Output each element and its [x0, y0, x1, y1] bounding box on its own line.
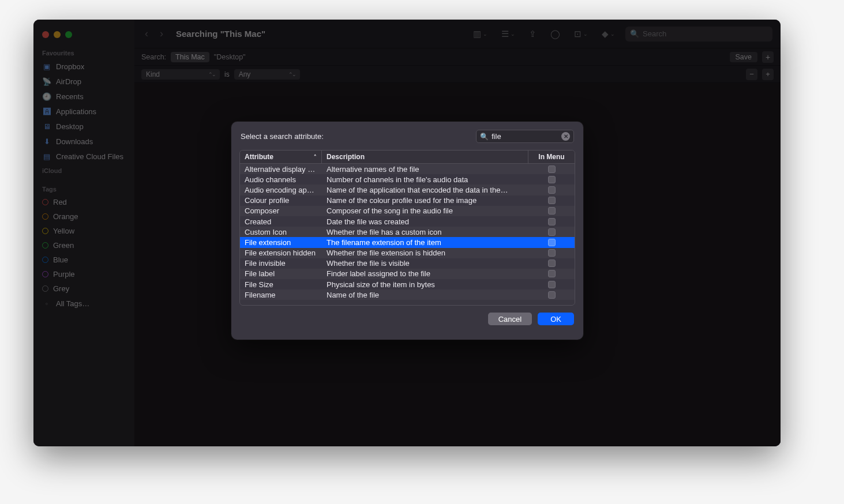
- attribute-description: Composer of the song in the audio file: [322, 206, 528, 215]
- sidebar-item-label: Purple: [53, 270, 75, 279]
- chevron-updown-icon: ⌃⌄: [208, 72, 215, 77]
- sidebar-tag-blue[interactable]: Blue: [33, 253, 134, 267]
- attribute-search-field[interactable]: 🔍 file ✕: [476, 130, 574, 143]
- attribute-row[interactable]: CreatedDate the file was created: [240, 216, 575, 227]
- group-button[interactable]: ☰ ⌄: [498, 29, 519, 39]
- close-button[interactable]: [42, 31, 49, 38]
- tag-color-icon: [42, 257, 48, 263]
- folder-icon: 📡: [42, 77, 51, 86]
- in-menu-checkbox[interactable]: [548, 218, 556, 225]
- attribute-name: Filename: [240, 291, 322, 299]
- attribute-description: Whether the file has a custom icon: [322, 228, 528, 236]
- attribute-row[interactable]: Custom IconWhether the file has a custom…: [240, 227, 575, 237]
- search-placeholder: Search: [643, 29, 666, 38]
- sidebar-item-airdrop[interactable]: 📡AirDrop: [33, 74, 134, 89]
- dialog-header: Select a search attribute: 🔍 file ✕: [231, 122, 583, 150]
- column-header-in-menu[interactable]: In Menu: [528, 151, 575, 163]
- sidebar-item-desktop[interactable]: 🖥Desktop: [33, 119, 134, 134]
- save-search-button[interactable]: Save: [730, 52, 758, 62]
- attribute-name: Alternative display na…: [240, 165, 322, 174]
- attribute-name: File extension: [240, 238, 322, 247]
- attribute-in-menu-cell: [528, 249, 575, 257]
- sidebar-item-label: Dropbox: [56, 62, 84, 71]
- remove-criteria-button[interactable]: −: [746, 69, 757, 80]
- attribute-row[interactable]: File extensionThe filename extension of …: [240, 237, 575, 247]
- ok-button[interactable]: OK: [538, 313, 574, 325]
- sidebar-item-label: Recents: [56, 92, 84, 101]
- add-scope-button[interactable]: +: [762, 51, 774, 63]
- attribute-row[interactable]: File extension hiddenWhether the file ex…: [240, 248, 575, 258]
- in-menu-checkbox[interactable]: [548, 259, 556, 267]
- attribute-row[interactable]: Colour profileName of the colour profile…: [240, 195, 575, 206]
- sidebar-tag-purple[interactable]: Purple: [33, 267, 134, 281]
- attribute-row[interactable]: File labelFinder label assigned to the f…: [240, 269, 575, 279]
- in-menu-checkbox[interactable]: [548, 249, 556, 257]
- column-header-attribute[interactable]: Attribute ˄: [240, 151, 322, 163]
- attribute-description: Alternative names of the file: [322, 165, 528, 174]
- sidebar-item-label: All Tags…: [56, 299, 89, 308]
- attribute-row[interactable]: ComposerComposer of the song in the audi…: [240, 206, 575, 216]
- share-button[interactable]: ⇪: [526, 29, 540, 39]
- attribute-row[interactable]: FilenameName of the file: [240, 289, 575, 300]
- maximize-button[interactable]: [65, 31, 72, 38]
- attribute-row[interactable]: Audio encoding appli…Name of the applica…: [240, 185, 575, 195]
- scope-desktop[interactable]: "Desktop": [214, 53, 246, 61]
- view-options-button[interactable]: ▥ ⌄: [470, 29, 491, 39]
- attribute-table-header: Attribute ˄ Description In Menu: [240, 151, 575, 164]
- attribute-table-body[interactable]: Alternative display na…Alternative names…: [240, 164, 575, 305]
- in-menu-checkbox[interactable]: [548, 197, 556, 204]
- add-criteria-button[interactable]: +: [762, 69, 774, 80]
- dropbox-button[interactable]: ◆ ⌄: [598, 29, 618, 39]
- sidebar-tag-orange[interactable]: Orange: [33, 209, 134, 224]
- toolbar: ‹ › Searching "This Mac" ▥ ⌄ ☰ ⌄ ⇪ ◯ ⊡ ⌄…: [134, 20, 781, 48]
- forward-button[interactable]: ›: [157, 28, 166, 40]
- attribute-in-menu-cell: [528, 259, 575, 267]
- in-menu-checkbox[interactable]: [548, 270, 556, 277]
- in-menu-checkbox[interactable]: [548, 291, 556, 299]
- attribute-in-menu-cell: [528, 207, 575, 215]
- actions-button[interactable]: ⊡ ⌄: [571, 29, 591, 39]
- attribute-row[interactable]: File invisibleWhether the file is visibl…: [240, 258, 575, 269]
- sidebar-item-creative-cloud-files[interactable]: ▤Creative Cloud Files: [33, 149, 134, 164]
- attribute-row[interactable]: File SizePhysical size of the item in by…: [240, 279, 575, 289]
- toolbar-search[interactable]: 🔍 Search: [625, 27, 772, 42]
- attribute-description: Number of channels in the file's audio d…: [322, 175, 528, 184]
- search-scope-bar: Search: This Mac "Desktop" Save +: [134, 48, 781, 66]
- sidebar-item-recents[interactable]: 🕘Recents: [33, 89, 134, 104]
- dialog-title: Select a search attribute:: [241, 132, 469, 141]
- attribute-row[interactable]: Audio channelsNumber of channels in the …: [240, 174, 575, 185]
- sidebar-item-dropbox[interactable]: ▣Dropbox: [33, 59, 134, 74]
- cancel-button[interactable]: Cancel: [488, 313, 532, 325]
- sidebar-item-label: Desktop: [56, 122, 84, 131]
- back-button[interactable]: ‹: [142, 28, 151, 40]
- in-menu-checkbox[interactable]: [548, 239, 556, 246]
- criteria-kind-select[interactable]: Kind ⌃⌄: [141, 69, 220, 80]
- in-menu-checkbox[interactable]: [548, 207, 556, 215]
- in-menu-checkbox[interactable]: [548, 186, 556, 194]
- sidebar-tag-grey[interactable]: Grey: [33, 281, 134, 296]
- minimize-button[interactable]: [54, 31, 61, 38]
- sidebar-item-label: Red: [53, 198, 67, 206]
- tags-button[interactable]: ◯: [547, 29, 564, 39]
- attribute-name: Composer: [240, 206, 322, 215]
- attribute-in-menu-cell: [528, 218, 575, 225]
- attribute-name: Audio channels: [240, 175, 322, 184]
- criteria-kind-label: Kind: [146, 70, 160, 78]
- in-menu-checkbox[interactable]: [548, 176, 556, 183]
- attribute-row[interactable]: Alternative display na…Alternative names…: [240, 164, 575, 174]
- clear-search-button[interactable]: ✕: [561, 132, 570, 141]
- sidebar-item-applications[interactable]: 🅰Applications: [33, 104, 134, 119]
- tag-color-icon: [42, 285, 48, 292]
- sidebar-item-downloads[interactable]: ⬇Downloads: [33, 134, 134, 149]
- sidebar-item-all-tags[interactable]: ◦ All Tags…: [33, 296, 134, 311]
- in-menu-checkbox[interactable]: [548, 281, 556, 288]
- scope-this-mac[interactable]: This Mac: [171, 52, 209, 62]
- criteria-value-select[interactable]: Any ⌃⌄: [234, 69, 300, 80]
- in-menu-checkbox[interactable]: [548, 228, 556, 236]
- sidebar-tag-red[interactable]: Red: [33, 195, 134, 209]
- in-menu-checkbox[interactable]: [548, 166, 556, 173]
- column-header-description[interactable]: Description: [322, 151, 528, 163]
- attribute-name: Created: [240, 217, 322, 226]
- sidebar-tag-green[interactable]: Green: [33, 238, 134, 253]
- sidebar-tag-yellow[interactable]: Yellow: [33, 224, 134, 238]
